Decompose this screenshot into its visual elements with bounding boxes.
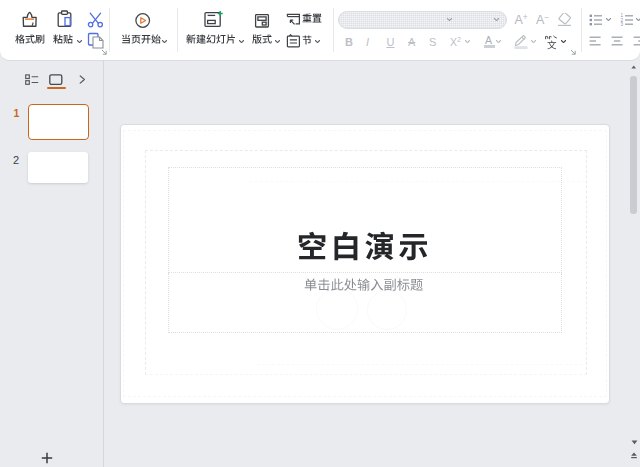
svg-text:3: 3 xyxy=(620,22,623,27)
